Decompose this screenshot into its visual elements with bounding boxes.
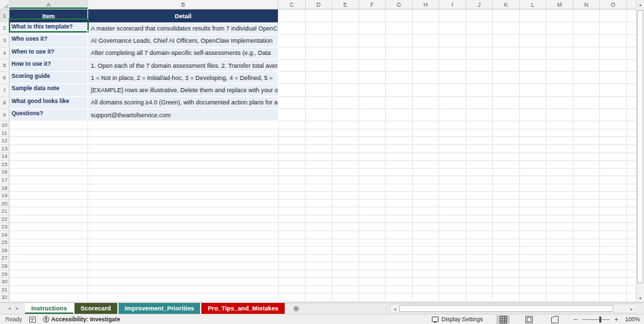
cell-F30[interactable] (359, 278, 386, 286)
cell-A12[interactable] (9, 137, 88, 145)
cell-N32[interactable] (573, 293, 601, 302)
cell-N30[interactable] (573, 278, 601, 286)
cell-L18[interactable] (520, 184, 547, 193)
cell-J29[interactable] (466, 270, 494, 279)
cell-N23[interactable] (573, 223, 601, 231)
page-layout-view-button[interactable] (522, 315, 536, 324)
cell-D14[interactable] (306, 153, 333, 161)
cell-M2[interactable] (546, 22, 573, 35)
cell-G21[interactable] (386, 207, 413, 216)
cell-M18[interactable] (546, 184, 573, 193)
cell-C4[interactable] (279, 47, 306, 60)
cell-E4[interactable] (332, 47, 359, 60)
cell-M27[interactable] (546, 255, 573, 263)
tab-scroll-splitter[interactable]: ⁞ (383, 303, 390, 314)
cell-F1[interactable] (359, 9, 386, 22)
cell-I13[interactable] (439, 145, 466, 153)
cell-I27[interactable] (439, 255, 466, 263)
cell-B2[interactable]: A master scorecard that consolidates res… (88, 22, 279, 35)
column-header-A[interactable]: A (9, 0, 88, 9)
cell-D24[interactable] (306, 231, 333, 239)
cell-C25[interactable] (279, 239, 306, 247)
cell-L13[interactable] (520, 145, 547, 153)
cell-A14[interactable] (9, 153, 88, 161)
cell-O2[interactable] (600, 22, 627, 35)
cell-B29[interactable] (88, 270, 279, 279)
cell-A3[interactable]: Who uses it? (9, 35, 88, 47)
cell-F17[interactable] (359, 176, 386, 184)
cell-B18[interactable] (88, 184, 279, 193)
cell-N14[interactable] (573, 153, 601, 161)
cell-O22[interactable] (600, 216, 627, 224)
cell-N10[interactable] (573, 121, 601, 129)
cell-C26[interactable] (279, 247, 306, 255)
cell-C13[interactable] (279, 145, 306, 153)
cell-D5[interactable] (306, 60, 333, 72)
cell-K23[interactable] (493, 223, 520, 231)
cell-C18[interactable] (279, 184, 306, 193)
cell-C27[interactable] (279, 255, 306, 263)
cell-M30[interactable] (546, 278, 573, 286)
row-header-28[interactable]: 28 (0, 262, 9, 270)
cell-C11[interactable] (279, 129, 306, 138)
cell-E28[interactable] (332, 262, 359, 270)
cell-L11[interactable] (520, 129, 547, 138)
cell-I20[interactable] (439, 200, 466, 208)
cell-M21[interactable] (546, 207, 573, 216)
cell-H13[interactable] (413, 145, 440, 153)
row-header-1[interactable]: 1 (0, 9, 9, 22)
cell-B24[interactable] (88, 231, 279, 239)
cell-J9[interactable] (466, 109, 494, 121)
cell-N8[interactable] (573, 97, 601, 109)
cell-H5[interactable] (413, 60, 440, 72)
cell-I23[interactable] (439, 223, 466, 231)
cell-F21[interactable] (359, 207, 386, 216)
cell-O19[interactable] (600, 192, 627, 200)
cell-I6[interactable] (439, 72, 466, 84)
cell-L4[interactable] (520, 47, 547, 60)
cell-K4[interactable] (493, 47, 520, 60)
cell-L6[interactable] (520, 72, 547, 84)
cell-I30[interactable] (439, 278, 466, 286)
cell-E9[interactable] (332, 109, 359, 121)
cell-M13[interactable] (546, 145, 573, 153)
cell-G28[interactable] (386, 262, 413, 270)
cell-M22[interactable] (546, 216, 573, 224)
cell-E21[interactable] (332, 207, 359, 216)
cell-I24[interactable] (439, 231, 466, 239)
cell-E11[interactable] (332, 129, 359, 138)
cell-L1[interactable] (520, 9, 547, 22)
cell-G12[interactable] (386, 137, 413, 145)
sheet-tab-improvement_priorities[interactable]: Improvement_Priorities (119, 303, 201, 314)
cell-E29[interactable] (332, 270, 359, 279)
cell-A29[interactable] (9, 270, 88, 279)
cell-N7[interactable] (573, 84, 601, 96)
cell-D25[interactable] (306, 239, 333, 247)
cell-M14[interactable] (546, 153, 573, 161)
cell-K28[interactable] (493, 262, 520, 270)
horizontal-scroll-track[interactable] (399, 304, 627, 312)
cell-I25[interactable] (439, 239, 466, 247)
cell-M19[interactable] (546, 192, 573, 200)
cell-I4[interactable] (439, 47, 466, 60)
cell-M12[interactable] (546, 137, 573, 145)
cell-E2[interactable] (332, 22, 359, 35)
column-header-H[interactable]: H (413, 0, 440, 9)
cell-F25[interactable] (359, 239, 386, 247)
cell-G23[interactable] (386, 223, 413, 231)
cell-N12[interactable] (573, 137, 601, 145)
row-header-15[interactable]: 15 (0, 161, 9, 169)
cell-E26[interactable] (332, 247, 359, 255)
cell-E18[interactable] (332, 184, 359, 193)
row-header-16[interactable]: 16 (0, 169, 9, 177)
cell-C2[interactable] (279, 22, 306, 35)
macro-record-icon[interactable] (29, 317, 36, 323)
cell-I15[interactable] (439, 161, 466, 169)
cell-K25[interactable] (493, 239, 520, 247)
cell-L19[interactable] (520, 192, 547, 200)
cell-I16[interactable] (439, 169, 466, 177)
cell-C22[interactable] (279, 216, 306, 224)
cell-L7[interactable] (520, 84, 547, 96)
cell-K17[interactable] (493, 176, 520, 184)
cell-H1[interactable] (413, 9, 440, 22)
